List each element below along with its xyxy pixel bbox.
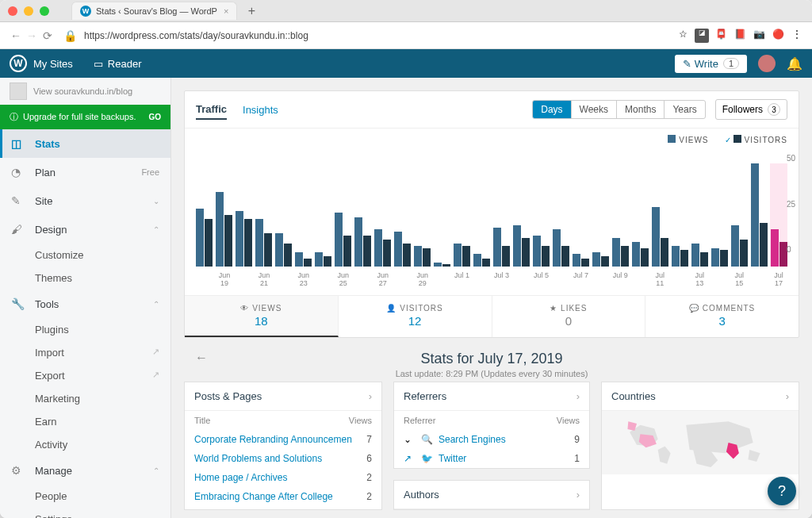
bar-Jul-17[interactable] bbox=[770, 163, 787, 267]
notifications-icon[interactable]: 🔔 bbox=[787, 56, 802, 71]
bar-Jun-23[interactable] bbox=[295, 163, 312, 267]
minimize-window-button[interactable] bbox=[24, 6, 33, 16]
sidebar-sub-settings[interactable]: Settings bbox=[0, 508, 170, 518]
period-weeks[interactable]: Weeks bbox=[572, 101, 617, 118]
star-icon[interactable]: ☆ bbox=[676, 29, 690, 43]
referrer-row[interactable]: ⌄🔍Search Engines9 bbox=[394, 430, 589, 449]
bar-Jun-27[interactable] bbox=[374, 163, 392, 267]
url-text[interactable]: https://wordpress.com/stats/day/souravku… bbox=[84, 30, 671, 41]
sidebar-sub-export[interactable]: Export↗ bbox=[0, 364, 170, 387]
period-years[interactable]: Years bbox=[665, 101, 704, 118]
bar-Jun-19[interactable] bbox=[216, 163, 233, 267]
stat-comments[interactable]: 💬 COMMENTS 3 bbox=[645, 296, 799, 337]
close-window-button[interactable] bbox=[8, 6, 17, 16]
followers-button[interactable]: Followers 3 bbox=[715, 99, 787, 120]
back-icon[interactable]: ← bbox=[8, 29, 24, 42]
bar-Jul-1[interactable] bbox=[454, 163, 471, 267]
forward-icon[interactable]: → bbox=[24, 29, 40, 42]
ext3-icon[interactable]: 📕 bbox=[733, 29, 747, 43]
profile-icon[interactable]: 🔴 bbox=[771, 29, 785, 43]
legend-visitors[interactable]: ✓VISITORS bbox=[725, 135, 788, 144]
reader-link[interactable]: ▭Reader bbox=[94, 58, 142, 70]
bar-Jul-10[interactable] bbox=[631, 163, 649, 267]
bar-Jul-2[interactable] bbox=[473, 163, 491, 267]
chevron-down-icon[interactable]: ⌄ bbox=[404, 434, 416, 445]
prev-day-button[interactable]: ← bbox=[195, 351, 208, 365]
bar-Jul-5[interactable] bbox=[532, 163, 550, 267]
world-map[interactable] bbox=[602, 411, 799, 474]
post-row[interactable]: Embracing Change After College2 bbox=[185, 487, 381, 506]
my-sites-link[interactable]: My Sites bbox=[33, 58, 73, 70]
write-button[interactable]: ✎ Write 1 bbox=[675, 55, 747, 73]
browser-tab[interactable]: W Stats ‹ Sourav's Blog — WordP × bbox=[71, 2, 237, 20]
bar-Jun-22[interactable] bbox=[275, 163, 293, 267]
maximize-window-button[interactable] bbox=[40, 6, 49, 16]
bar-Jun-18[interactable] bbox=[196, 163, 213, 267]
stat-likes[interactable]: ★ LIKES 0 bbox=[492, 296, 646, 337]
sidebar-item-stats[interactable]: ◫ Stats bbox=[0, 129, 170, 158]
stat-visitors[interactable]: 👤 VISITORS 12 bbox=[339, 296, 492, 337]
referrers-header[interactable]: Referrers› bbox=[394, 382, 589, 411]
countries-header[interactable]: Countries› bbox=[602, 382, 799, 411]
ext4-icon[interactable]: 📷 bbox=[752, 29, 766, 43]
sidebar-item-plan[interactable]: ◔ Plan Free bbox=[0, 158, 170, 186]
ext2-icon[interactable]: 📮 bbox=[714, 29, 728, 43]
period-days[interactable]: Days bbox=[533, 101, 571, 118]
bar-Jun-26[interactable] bbox=[354, 163, 372, 267]
check-icon: ✓ bbox=[725, 136, 732, 144]
sidebar-item-tools[interactable]: 🔧 Tools ⌃ bbox=[0, 290, 170, 318]
bar-Jul-4[interactable] bbox=[513, 163, 530, 267]
post-row[interactable]: Home page / Archives2 bbox=[185, 468, 381, 487]
bar-Jun-28[interactable] bbox=[394, 163, 412, 267]
sidebar-item-manage[interactable]: ⚙ Manage ⌃ bbox=[0, 456, 170, 485]
posts-pages-header[interactable]: Posts & Pages› bbox=[185, 382, 381, 411]
bar-Jun-21[interactable] bbox=[255, 163, 273, 267]
upgrade-banner[interactable]: ⓘUpgrade for full site backups. GO bbox=[0, 105, 170, 129]
sidebar-sub-people[interactable]: People bbox=[0, 485, 170, 508]
sidebar-item-site[interactable]: ✎ Site ⌄ bbox=[0, 186, 170, 215]
legend-views[interactable]: VIEWS bbox=[668, 135, 708, 144]
bar-Jun-20[interactable] bbox=[236, 163, 253, 267]
wordpress-logo-icon[interactable]: W bbox=[10, 55, 27, 72]
tab-traffic[interactable]: Traffic bbox=[196, 100, 227, 120]
bar-Jul-12[interactable] bbox=[671, 163, 688, 267]
sidebar-sub-themes[interactable]: Themes bbox=[0, 267, 170, 290]
stat-views[interactable]: 👁 VIEWS 18 bbox=[185, 296, 339, 337]
bar-Jul-14[interactable] bbox=[710, 163, 728, 267]
help-button[interactable]: ? bbox=[768, 477, 796, 505]
bar-chart[interactable] bbox=[185, 151, 799, 270]
reload-icon[interactable]: ⟳ bbox=[40, 29, 56, 42]
bar-Jul-6[interactable] bbox=[552, 163, 569, 267]
sidebar-sub-earn[interactable]: Earn bbox=[0, 410, 170, 433]
sidebar-sub-marketing[interactable]: Marketing bbox=[0, 387, 170, 410]
bar-Jul-3[interactable] bbox=[493, 163, 511, 267]
avatar[interactable] bbox=[758, 55, 776, 72]
bar-Jun-29[interactable] bbox=[414, 163, 431, 267]
bar-Jul-15[interactable] bbox=[730, 163, 748, 267]
post-row[interactable]: Corporate Rebranding Announcemen7 bbox=[185, 430, 381, 449]
sidebar-sub-plugins[interactable]: Plugins bbox=[0, 318, 170, 341]
bar-Jul-13[interactable] bbox=[691, 163, 708, 267]
bar-Jun-24[interactable] bbox=[315, 163, 332, 267]
sidebar-item-design[interactable]: 🖌 Design ⌃ bbox=[0, 215, 170, 244]
bar-Jul-11[interactable] bbox=[651, 163, 668, 267]
bar-Jul-7[interactable] bbox=[572, 163, 589, 267]
tab-insights[interactable]: Insights bbox=[243, 101, 278, 119]
bar-Jul-8[interactable] bbox=[592, 163, 609, 267]
site-switcher[interactable]: View souravkundu.in/blog bbox=[0, 78, 170, 105]
sidebar-sub-import[interactable]: Import↗ bbox=[0, 341, 170, 364]
bar-Jul-9[interactable] bbox=[611, 163, 629, 267]
close-tab-icon[interactable]: × bbox=[224, 6, 228, 16]
referrer-row[interactable]: ↗🐦Twitter1 bbox=[394, 449, 589, 468]
post-row[interactable]: World Problems and Solutions6 bbox=[185, 449, 381, 468]
period-months[interactable]: Months bbox=[617, 101, 665, 118]
sidebar-sub-activity[interactable]: Activity bbox=[0, 433, 170, 456]
authors-header[interactable]: Authors› bbox=[394, 481, 589, 509]
menu-icon[interactable]: ⋮ bbox=[790, 29, 804, 43]
ext1-icon[interactable]: ◪ bbox=[695, 29, 709, 43]
new-tab-button[interactable]: + bbox=[243, 3, 259, 19]
bar-Jun-25[interactable] bbox=[335, 163, 352, 267]
bar-Jun-30[interactable] bbox=[434, 163, 451, 267]
bar-Jul-16[interactable] bbox=[750, 163, 768, 267]
sidebar-sub-customize[interactable]: Customize bbox=[0, 244, 170, 267]
